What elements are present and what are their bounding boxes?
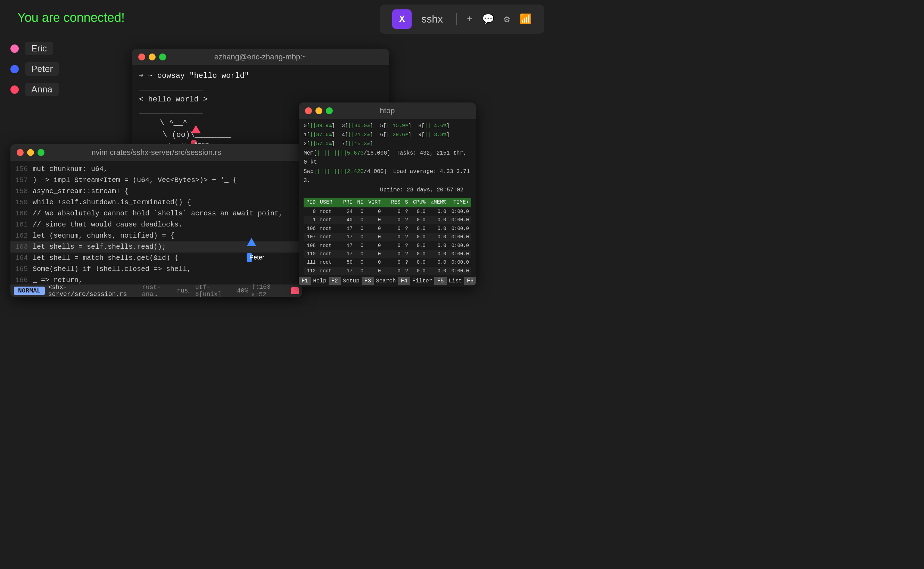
htop-cell: 0	[365, 258, 383, 266]
htop-help[interactable]: Help	[311, 277, 328, 285]
cursor-peter-triangle	[247, 238, 256, 246]
htop-cell: 0	[383, 233, 402, 241]
htop-cell: ?	[403, 267, 410, 275]
htop-cell: ?	[403, 216, 410, 224]
table-row[interactable]: 111root50000?0.00.00:00.0	[304, 258, 471, 266]
nvim-line-158: 158 async_stream::stream! {	[11, 186, 302, 197]
nvim-minimize-btn[interactable]	[27, 149, 34, 156]
htop-col-virt: VIRT	[365, 198, 383, 207]
htop-filter[interactable]: Filter	[410, 277, 435, 285]
settings-icon[interactable]: ⚙	[504, 13, 510, 25]
table-row[interactable]: 108root17000?0.00.00:00.0	[304, 242, 471, 250]
htop-uptime: Uptime: 28 days, 20:57:02	[380, 186, 471, 195]
htop-minimize-btn[interactable]	[315, 107, 322, 114]
htop-cell: 0	[355, 224, 365, 233]
htop-cell: 0	[355, 242, 365, 250]
table-row[interactable]: 107root17000?0.00.00:00.0	[304, 233, 471, 241]
nvim-mode: NORMAL	[14, 287, 45, 295]
htop-f3[interactable]: F3	[362, 277, 374, 285]
htop-cell: 0	[383, 250, 402, 258]
table-row[interactable]: 110root17000?0.00.00:00.0	[304, 250, 471, 258]
htop-cpu-2: 2[||57.0%]	[304, 140, 335, 148]
htop-cell: 0.0	[428, 224, 448, 233]
htop-cell: 0.0	[428, 233, 448, 241]
htop-cell: 50	[340, 258, 355, 266]
htop-f5[interactable]: F5	[434, 277, 446, 285]
htop-f2[interactable]: F2	[328, 277, 341, 285]
nvim-close-btn[interactable]	[17, 149, 24, 156]
terminal-title: ezhang@eric-zhang-mbp:~	[214, 52, 307, 61]
sshx-toolbar: X sshx + 💬 ⚙ 📶	[380, 5, 544, 34]
line-number-165: 165	[15, 264, 33, 275]
htop-cell: 0	[355, 207, 365, 216]
line-content-158: async_stream::stream! {	[33, 186, 129, 197]
htop-process-table: PID USER PRI NI VIRT RES S CPU% △MEM% TI…	[304, 198, 471, 287]
htop-cell: 0.0	[410, 242, 428, 250]
htop-mem: Mem[|||||||||5.67G/16.00G] Tasks: 432, 2…	[304, 149, 471, 167]
htop-cell: 0.0	[410, 224, 428, 233]
user-name-peter: Peter	[25, 62, 59, 76]
htop-cell: 0	[355, 258, 365, 266]
line-content-165: Some(shell) if !shell.closed => shell,	[33, 264, 191, 275]
toolbar-divider	[456, 13, 457, 25]
terminal-titlebar: ezhang@eric-zhang-mbp:~	[132, 49, 389, 65]
table-row[interactable]: 106root17000?0.00.00:00.0	[304, 224, 471, 233]
add-session-icon[interactable]: +	[467, 14, 473, 25]
htop-cell: 0	[365, 224, 383, 233]
htop-titlebar: htop	[299, 102, 476, 119]
htop-cell: root	[318, 224, 340, 233]
htop-cpu-7: 7[||15.3%]	[342, 140, 373, 148]
htop-f4[interactable]: F4	[398, 277, 410, 285]
htop-cell: 17	[340, 267, 355, 275]
htop-col-res: RES	[383, 198, 402, 207]
htop-cell: 0.0	[428, 242, 448, 250]
user-name-anna: Anna	[25, 83, 59, 96]
nvim-lang2: rus…	[177, 287, 192, 294]
line-content-163: let shells = self.shells.read();	[33, 242, 166, 253]
htop-f6[interactable]: F6	[464, 277, 476, 285]
htop-cpu-row-1: 0[||39.9%] 3[||30.0%] 5[||15.9%] 8[|| 4.…	[304, 122, 471, 130]
nvim-window: nvim crates/sshx-server/src/session.rs 1…	[11, 144, 302, 297]
nvim-fullscreen-btn[interactable]	[38, 149, 44, 156]
htop-col-mem: △MEM%	[428, 198, 448, 207]
line-number-157: 157	[15, 175, 33, 186]
table-row[interactable]: 112root17000?0.00.00:00.0	[304, 267, 471, 275]
htop-f1[interactable]: F1	[299, 277, 311, 285]
nvim-line-165: 165 Some(shell) if !shell.closed => shel…	[11, 264, 302, 275]
terminal-close-btn[interactable]	[138, 53, 145, 61]
htop-fullscreen-btn[interactable]	[326, 107, 333, 114]
terminal-minimize-btn[interactable]	[149, 53, 156, 61]
htop-cell: 0	[383, 216, 402, 224]
chat-icon[interactable]: 💬	[482, 13, 494, 25]
htop-list[interactable]: List	[447, 277, 464, 285]
terminal-line-2: ______________	[139, 82, 382, 94]
wifi-icon[interactable]: 📶	[520, 13, 532, 25]
nvim-content[interactable]: 156 mut chunknum: u64,157) -> impl Strea…	[11, 161, 302, 297]
htop-search[interactable]: Search	[374, 277, 398, 285]
table-row[interactable]: 0root24000?0.00.00:00.0	[304, 207, 471, 216]
htop-cell: ?	[403, 250, 410, 258]
sshx-logo: X	[392, 9, 412, 29]
nvim-line-163: 163 let shells = self.shells.read();	[11, 242, 302, 253]
nvim-encoding: utf-8[unix]	[195, 284, 233, 297]
htop-title: htop	[380, 106, 395, 115]
nvim-line-157: 157) -> impl Stream<Item = (u64, Vec<Byt…	[11, 175, 302, 186]
htop-setup[interactable]: Setup	[341, 277, 362, 285]
htop-cell: 0:00.0	[448, 216, 471, 224]
htop-cell: 110	[304, 250, 318, 258]
user-name-eric: Eric	[25, 42, 53, 55]
htop-cell: 0:00.0	[448, 267, 471, 275]
htop-close-btn[interactable]	[305, 107, 312, 114]
table-row[interactable]: 1root40000?0.00.00:00.0	[304, 216, 471, 224]
terminal-fullscreen-btn[interactable]	[159, 53, 166, 61]
line-number-156: 156	[15, 164, 33, 175]
htop-cell: 0.0	[428, 250, 448, 258]
line-number-159: 159	[15, 197, 33, 208]
users-panel: Eric Peter Anna	[11, 42, 59, 96]
htop-cell: ?	[403, 207, 410, 216]
htop-cpu-1: 1[||37.6%]	[304, 131, 335, 139]
line-number-163: 163	[15, 242, 33, 253]
htop-cpu-row-2: 1[||37.6%] 4[||21.2%] 6[||29.6%] 9[|| 3.…	[304, 131, 471, 139]
line-content-161: // since that would cause deadlocks.	[33, 219, 183, 230]
line-content-164: let shell = match shells.get(&id) {	[33, 253, 179, 264]
